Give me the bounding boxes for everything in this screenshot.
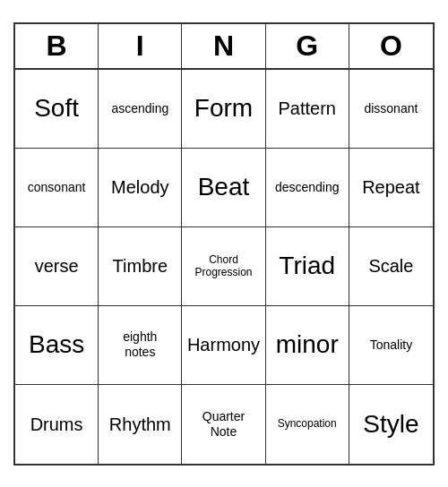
cell-text-19: Tonality	[370, 337, 412, 353]
header-letter-b: B	[15, 24, 99, 68]
bingo-cell-15: Bass	[15, 306, 99, 385]
cell-text-8: descending	[275, 180, 340, 195]
cell-text-14: Scale	[368, 255, 413, 277]
cell-text-1: ascending	[111, 101, 168, 116]
header-letter-n: N	[182, 24, 265, 68]
bingo-cell-1: ascending	[99, 70, 182, 149]
bingo-cell-22: Quarter Note	[182, 385, 265, 464]
cell-text-10: verse	[35, 255, 79, 277]
bingo-cell-19: Tonality	[349, 306, 433, 385]
bingo-cell-20: Drums	[15, 385, 99, 464]
bingo-header: BINGO	[15, 24, 433, 70]
bingo-cell-9: Repeat	[349, 149, 433, 227]
cell-text-24: Style	[363, 409, 418, 440]
cell-text-12: Chord Progression	[194, 253, 252, 279]
bingo-cell-16: eighth notes	[99, 306, 182, 385]
bingo-card: BINGO SoftascendingFormPatterndissonantc…	[13, 22, 435, 466]
cell-text-18: minor	[276, 329, 339, 360]
bingo-cell-6: Melody	[99, 149, 182, 227]
cell-text-20: Drums	[30, 414, 83, 435]
bingo-cell-23: Syncopation	[266, 385, 349, 464]
cell-text-23: Syncopation	[278, 417, 337, 430]
cell-text-0: Soft	[34, 93, 79, 124]
cell-text-4: dissonant	[364, 101, 418, 116]
header-letter-g: G	[266, 24, 349, 68]
bingo-cell-5: consonant	[15, 149, 99, 227]
bingo-cell-17: Harmony	[182, 306, 265, 385]
cell-text-21: Rhythm	[109, 414, 171, 435]
cell-text-2: Form	[194, 93, 253, 124]
cell-text-7: Beat	[198, 172, 250, 202]
bingo-cell-4: dissonant	[349, 70, 433, 149]
cell-text-17: Harmony	[187, 334, 260, 355]
bingo-cell-10: verse	[15, 227, 99, 306]
bingo-cell-8: descending	[266, 149, 349, 227]
bingo-cell-18: minor	[266, 306, 349, 385]
cell-text-22: Quarter Note	[202, 409, 245, 440]
bingo-cell-0: Soft	[15, 70, 99, 149]
bingo-cell-7: Beat	[182, 149, 265, 227]
cell-text-9: Repeat	[362, 176, 420, 198]
bingo-cell-3: Pattern	[266, 70, 349, 149]
bingo-cell-14: Scale	[349, 227, 433, 306]
bingo-grid: SoftascendingFormPatterndissonantconsona…	[15, 70, 433, 464]
cell-text-15: Bass	[29, 329, 84, 360]
bingo-cell-21: Rhythm	[99, 385, 182, 464]
bingo-cell-2: Form	[182, 70, 265, 149]
bingo-cell-11: Timbre	[99, 227, 182, 306]
cell-text-16: eighth notes	[123, 329, 157, 360]
header-letter-o: O	[349, 24, 433, 68]
cell-text-6: Melody	[111, 176, 168, 198]
cell-text-3: Pattern	[278, 98, 335, 119]
cell-text-5: consonant	[28, 180, 86, 195]
bingo-cell-24: Style	[349, 385, 433, 464]
bingo-cell-13: Triad	[266, 227, 349, 306]
cell-text-11: Timbre	[113, 255, 168, 277]
bingo-cell-12: Chord Progression	[182, 227, 265, 306]
cell-text-13: Triad	[279, 251, 335, 281]
header-letter-i: I	[99, 24, 182, 68]
